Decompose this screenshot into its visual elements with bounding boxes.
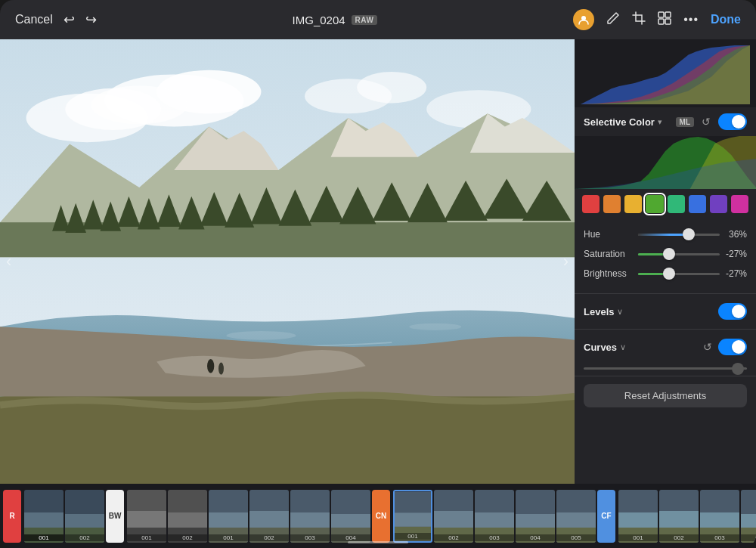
brightness-slider-row: Brightness -27% [584, 266, 747, 281]
swatch-green[interactable] [646, 195, 663, 213]
curves-slider[interactable] [584, 367, 747, 370]
hue-label: Hue [584, 229, 638, 240]
redo-button[interactable]: ↪ [85, 11, 97, 28]
curves-toggle[interactable] [718, 339, 747, 355]
svg-rect-44 [24, 512, 64, 528]
section-title-group[interactable]: Selective Color ▾ [584, 116, 662, 128]
svg-point-10 [65, 88, 161, 130]
svg-rect-62 [290, 512, 330, 528]
svg-point-0 [581, 16, 586, 20]
reset-adjustments-button[interactable]: Reset Adjustments [584, 384, 747, 407]
svg-point-12 [357, 72, 426, 103]
filmstrip-thumb[interactable]: 002 [65, 490, 104, 543]
film-number: 005 [556, 534, 596, 541]
filmstrip-thumb[interactable]: 001 001 [24, 490, 64, 543]
saturation-slider-row: Saturation -27% [584, 246, 747, 262]
right-panel: Selective Color ▾ ML ↺ [575, 39, 756, 484]
svg-rect-68 [395, 512, 431, 526]
filmstrip-label-CN: CN [372, 490, 390, 543]
filmstrip-thumb[interactable]: 003 [700, 490, 739, 543]
levels-title: Levels [584, 306, 614, 317]
filmstrip-thumb[interactable]: 002 [168, 490, 207, 543]
svg-rect-59 [249, 511, 289, 528]
saturation-label: Saturation [584, 249, 638, 259]
filmstrip-thumb[interactable]: 004 [516, 490, 555, 543]
filmstrip-thumb[interactable]: 002 [249, 490, 289, 543]
hue-slider-row: Hue 36% [584, 227, 747, 242]
film-number: 003 [700, 534, 739, 541]
hue-slider[interactable] [638, 227, 720, 242]
filmstrip-thumb[interactable]: 001 [618, 490, 658, 543]
film-number: 001 [395, 533, 431, 540]
top-bar-center: IMG_0204 RAW [293, 14, 378, 26]
levels-toggle[interactable] [718, 303, 747, 320]
film-number: 001 [127, 534, 166, 541]
filmstrip-thumb[interactable]: 004 [741, 490, 756, 543]
filmstrip-thumb[interactable]: 003 [475, 490, 514, 543]
svg-rect-50 [127, 511, 166, 528]
filmstrip-thumb[interactable]: 001 [393, 490, 432, 543]
nav-arrow-left[interactable]: ‹ [6, 252, 11, 271]
swatch-teal[interactable] [668, 195, 685, 213]
person-icon[interactable] [573, 9, 594, 30]
pencil-icon[interactable] [606, 11, 620, 29]
image-area: ‹ › [0, 39, 575, 484]
saturation-slider[interactable] [638, 246, 720, 262]
grid-icon[interactable] [658, 11, 671, 29]
swatch-pink[interactable] [731, 195, 748, 213]
film-number: 002 [168, 534, 207, 541]
brightness-label: Brightness [584, 268, 638, 279]
film-number: 004 [516, 534, 555, 541]
film-number: 002 [434, 534, 473, 541]
selective-color-toggle[interactable] [718, 113, 747, 130]
selective-color-section: Selective Color ▾ ML ↺ [575, 107, 756, 292]
film-number: 001 [618, 534, 658, 541]
swatch-red[interactable] [582, 195, 600, 213]
swatch-purple[interactable] [710, 195, 727, 213]
done-button[interactable]: Done [711, 13, 741, 26]
svg-rect-89 [700, 512, 739, 528]
film-number: 004 [331, 534, 370, 541]
svg-rect-56 [209, 512, 248, 528]
brightness-slider[interactable] [638, 266, 720, 281]
file-title: IMG_0204 [293, 14, 345, 26]
filmstrip-thumb[interactable]: 002 [434, 490, 473, 543]
curves-title-group: Curves ∨ [584, 342, 626, 353]
cancel-button[interactable]: Cancel [15, 13, 53, 26]
selective-color-title: Selective Color [584, 116, 655, 128]
levels-right [718, 303, 747, 320]
svg-rect-92 [741, 514, 756, 528]
undo-button[interactable]: ↩ [64, 11, 75, 28]
sliders-section: Hue 36% Saturation [575, 219, 756, 292]
levels-row[interactable]: Levels ∨ [575, 296, 756, 327]
filmstrip: R 001 001 002 BW 001 002 001 002 [0, 484, 756, 548]
divider-2 [575, 329, 756, 330]
filmstrip-thumb[interactable]: 003 [290, 490, 330, 543]
filmstrip-label-R: R [3, 490, 21, 543]
svg-rect-1 [658, 12, 664, 17]
more-button[interactable]: ••• [683, 13, 699, 26]
film-number: 004 [741, 534, 756, 541]
svg-rect-47 [65, 514, 104, 528]
filmstrip-thumb[interactable]: 001 [209, 490, 248, 543]
filmstrip-thumb[interactable]: 004 [331, 490, 370, 543]
svg-rect-86 [659, 511, 699, 528]
svg-rect-65 [331, 514, 370, 528]
selective-color-reset-icon[interactable]: ↺ [702, 116, 711, 128]
curves-row[interactable]: Curves ∨ ↺ [575, 331, 756, 363]
crop-icon[interactable] [632, 11, 646, 29]
swatch-blue[interactable] [689, 195, 706, 213]
filmstrip-thumb[interactable]: 005 [556, 490, 596, 543]
nav-arrow-right[interactable]: › [563, 252, 569, 271]
filmstrip-thumb[interactable]: 001 [127, 490, 166, 543]
curves-reset-icon[interactable]: ↺ [703, 341, 712, 353]
filmstrip-label-CF: CF [597, 490, 615, 543]
selective-color-header: Selective Color ▾ ML ↺ [575, 107, 756, 136]
chevron-down-icon: ▾ [658, 117, 662, 127]
film-number: 002 [659, 534, 699, 541]
swatch-orange[interactable] [603, 195, 621, 213]
film-number: 001 [24, 534, 64, 541]
filmstrip-thumb[interactable]: 002 [659, 490, 699, 543]
svg-rect-74 [475, 512, 514, 528]
swatch-yellow[interactable] [624, 195, 642, 213]
